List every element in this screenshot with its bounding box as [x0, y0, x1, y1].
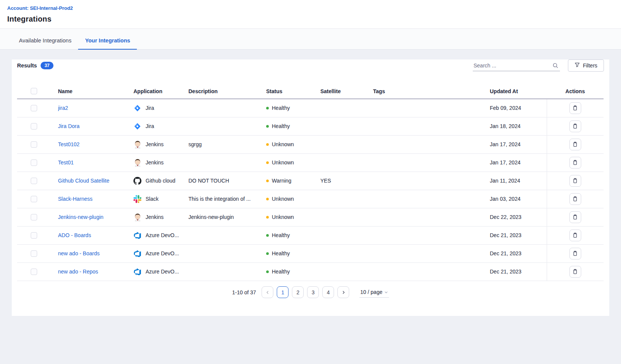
tags-cell [373, 208, 490, 226]
integration-name-link[interactable]: ADO - Boards [58, 232, 91, 238]
table-row: new ado - Repos Azure DevO... Healthy De… [17, 262, 604, 281]
status-label: Unknown [272, 159, 294, 166]
application-label: Slack [146, 196, 158, 202]
application-label: Jenkins [146, 141, 163, 147]
search-input[interactable] [473, 60, 560, 71]
integration-name-link[interactable]: Jira Dora [58, 123, 80, 129]
satellite-cell [320, 208, 373, 226]
status-label: Healthy [272, 232, 290, 238]
tags-cell [373, 262, 490, 281]
table-row: Test0102 Jenkins sgrgg Unknown Jan 17, 2… [17, 135, 604, 153]
updated-at-cell: Jan 11, 2024 [490, 172, 547, 190]
filters-button[interactable]: Filters [568, 59, 604, 72]
satellite-cell [320, 99, 373, 117]
application-label: Jira [146, 123, 154, 129]
integration-name-link[interactable]: new ado - Boards [58, 250, 100, 256]
row-checkbox[interactable] [31, 196, 37, 202]
select-all-checkbox[interactable] [31, 88, 37, 94]
row-checkbox[interactable] [31, 178, 37, 184]
tags-cell [373, 172, 490, 190]
status-label: Healthy [272, 105, 290, 111]
table-row: Github Cloud Satellite Github cloud DO N… [17, 172, 604, 190]
delete-integration-button[interactable] [569, 266, 581, 278]
status-dot-icon [266, 270, 269, 273]
integration-name-link[interactable]: Github Cloud Satellite [58, 178, 109, 184]
delete-integration-button[interactable] [569, 139, 581, 150]
updated-at-cell: Dec 21, 2023 [490, 244, 547, 262]
description-cell [188, 262, 266, 281]
table-row: ADO - Boards Azure DevO... Healthy Dec 2… [17, 226, 604, 244]
page-button-1[interactable]: 1 [277, 286, 289, 298]
row-checkbox[interactable] [31, 141, 37, 148]
page-header: Account: SEI-Internal-Prod2 Integrations [0, 0, 621, 29]
page-button-3[interactable]: 3 [307, 286, 319, 298]
table-row: new ado - Boards Azure DevO... Healthy D… [17, 244, 604, 262]
delete-integration-button[interactable] [569, 120, 581, 132]
row-checkbox[interactable] [31, 269, 37, 275]
delete-integration-button[interactable] [569, 211, 581, 223]
updated-at-cell: Feb 09, 2024 [490, 99, 547, 117]
status-label: Unknown [272, 196, 294, 202]
filter-funnel-icon [574, 62, 580, 69]
delete-integration-button[interactable] [569, 175, 581, 187]
table-row: Jira Dora Jira Healthy Jan 18, 2024 [17, 117, 604, 135]
filters-button-label: Filters [583, 62, 597, 69]
delete-integration-button[interactable] [569, 157, 581, 169]
page-button-2[interactable]: 2 [292, 286, 304, 298]
integration-name-link[interactable]: Test0102 [58, 141, 80, 147]
row-checkbox[interactable] [31, 232, 37, 239]
application-label: Github cloud [146, 178, 176, 184]
page-size-select[interactable]: 10 / page [359, 287, 389, 298]
column-header-updated-at: Updated At [490, 84, 547, 99]
account-breadcrumb-link[interactable]: Account: SEI-Internal-Prod2 [7, 5, 73, 11]
column-header-name: Name [58, 84, 133, 99]
application-label: Azure DevO... [146, 269, 179, 275]
azure-devops-icon [133, 267, 141, 276]
integration-name-link[interactable]: jira2 [58, 105, 68, 111]
row-checkbox[interactable] [31, 159, 37, 166]
integration-name-link[interactable]: Slack-Harness [58, 196, 93, 202]
delete-integration-button[interactable] [569, 193, 581, 205]
trash-icon [572, 214, 578, 220]
tags-cell [373, 117, 490, 135]
tab-your-integrations[interactable]: Your Integrations [78, 37, 137, 50]
integration-name-link[interactable]: Test01 [58, 159, 74, 166]
row-checkbox[interactable] [31, 123, 37, 130]
row-checkbox[interactable] [31, 105, 37, 111]
trash-icon [572, 159, 578, 166]
description-cell: sgrgg [188, 135, 266, 153]
table-row: jira2 Jira Healthy Feb 09, 2024 [17, 99, 604, 117]
updated-at-cell: Dec 21, 2023 [490, 226, 547, 244]
chevron-right-icon [341, 290, 346, 295]
tab-available-integrations[interactable]: Available Integrations [12, 37, 78, 50]
column-header-application: Application [133, 84, 188, 99]
trash-icon [572, 250, 578, 256]
satellite-cell [320, 153, 373, 172]
row-checkbox[interactable] [31, 214, 37, 220]
delete-integration-button[interactable] [569, 102, 581, 114]
column-header-actions: Actions [547, 84, 604, 99]
azure-devops-icon [133, 249, 141, 258]
satellite-cell [320, 226, 373, 244]
trash-icon [572, 105, 578, 111]
delete-integration-button[interactable] [569, 230, 581, 241]
column-header-satellite: Satellite [320, 84, 373, 99]
results-count-badge: 37 [41, 62, 53, 69]
jira-icon [133, 104, 141, 112]
application-label: Azure DevO... [146, 250, 179, 256]
page-button-4[interactable]: 4 [322, 286, 334, 298]
slack-icon [133, 195, 141, 203]
description-cell [188, 117, 266, 135]
trash-icon [572, 196, 578, 202]
status-label: Unknown [272, 214, 294, 220]
row-checkbox[interactable] [31, 250, 37, 257]
updated-at-cell: Dec 22, 2023 [490, 208, 547, 226]
tags-cell [373, 226, 490, 244]
application-label: Jenkins [146, 214, 163, 220]
delete-integration-button[interactable] [569, 248, 581, 259]
integration-name-link[interactable]: Jenkins-new-plugin [58, 214, 104, 220]
next-page-button[interactable] [337, 286, 349, 298]
pagination: 1-10 of 37 1234 10 / page [17, 285, 604, 300]
integration-name-link[interactable]: new ado - Repos [58, 269, 98, 275]
previous-page-button[interactable] [262, 286, 273, 298]
